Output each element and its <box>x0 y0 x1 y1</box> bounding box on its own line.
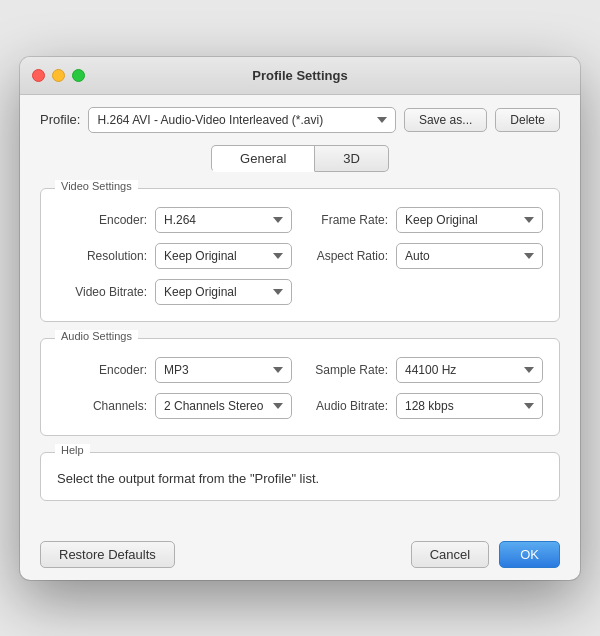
sample-rate-label: Sample Rate: <box>308 363 388 377</box>
video-bitrate-select[interactable]: Keep Original <box>155 279 292 305</box>
profile-label: Profile: <box>40 112 80 127</box>
resolution-row: Resolution: Keep Original <box>57 243 292 269</box>
resolution-label: Resolution: <box>57 249 147 263</box>
channels-label: Channels: <box>57 399 147 413</box>
resolution-select[interactable]: Keep Original <box>155 243 292 269</box>
close-button[interactable] <box>32 69 45 82</box>
help-text: Select the output format from the "Profi… <box>57 471 543 486</box>
video-settings-legend: Video Settings <box>55 180 138 192</box>
audio-encoder-select[interactable]: MP3 <box>155 357 292 383</box>
frame-rate-select[interactable]: Keep Original <box>396 207 543 233</box>
video-bitrate-row: Video Bitrate: Keep Original <box>57 279 292 305</box>
aspect-ratio-row: Aspect Ratio: Auto <box>308 243 543 269</box>
audio-bitrate-label: Audio Bitrate: <box>308 399 388 413</box>
tab-general[interactable]: General <box>211 145 315 172</box>
profile-settings-window: Profile Settings Profile: H.264 AVI - Au… <box>20 57 580 580</box>
restore-defaults-button[interactable]: Restore Defaults <box>40 541 175 568</box>
maximize-button[interactable] <box>72 69 85 82</box>
ok-button[interactable]: OK <box>499 541 560 568</box>
profile-select[interactable]: H.264 AVI - Audio-Video Interleaved (*.a… <box>88 107 395 133</box>
aspect-ratio-label: Aspect Ratio: <box>308 249 388 263</box>
frame-rate-row: Frame Rate: Keep Original <box>308 207 543 233</box>
audio-encoder-label: Encoder: <box>57 363 147 377</box>
audio-bitrate-row: Audio Bitrate: 128 kbps <box>308 393 543 419</box>
right-buttons: Cancel OK <box>411 541 560 568</box>
channels-select[interactable]: 2 Channels Stereo <box>155 393 292 419</box>
audio-settings-grid: Encoder: MP3 Sample Rate: 44100 Hz Chann… <box>57 357 543 419</box>
sample-rate-row: Sample Rate: 44100 Hz <box>308 357 543 383</box>
main-content: Profile: H.264 AVI - Audio-Video Interle… <box>20 95 580 533</box>
traffic-lights <box>32 69 85 82</box>
bottom-bar: Restore Defaults Cancel OK <box>20 533 580 580</box>
sample-rate-select[interactable]: 44100 Hz <box>396 357 543 383</box>
frame-rate-label: Frame Rate: <box>308 213 388 227</box>
video-empty-cell <box>308 279 543 305</box>
audio-settings-legend: Audio Settings <box>55 330 138 342</box>
window-title: Profile Settings <box>252 68 347 83</box>
video-settings-grid: Encoder: H.264 Frame Rate: Keep Original… <box>57 207 543 305</box>
encoder-row: Encoder: H.264 <box>57 207 292 233</box>
channels-row: Channels: 2 Channels Stereo <box>57 393 292 419</box>
help-section: Help Select the output format from the "… <box>40 452 560 501</box>
encoder-label: Encoder: <box>57 213 147 227</box>
minimize-button[interactable] <box>52 69 65 82</box>
audio-settings-section: Audio Settings Encoder: MP3 Sample Rate:… <box>40 338 560 436</box>
profile-row: Profile: H.264 AVI - Audio-Video Interle… <box>40 107 560 133</box>
video-bitrate-label: Video Bitrate: <box>57 285 147 299</box>
audio-bitrate-select[interactable]: 128 kbps <box>396 393 543 419</box>
cancel-button[interactable]: Cancel <box>411 541 489 568</box>
video-settings-section: Video Settings Encoder: H.264 Frame Rate… <box>40 188 560 322</box>
audio-encoder-row: Encoder: MP3 <box>57 357 292 383</box>
titlebar: Profile Settings <box>20 57 580 95</box>
tab-3d[interactable]: 3D <box>315 145 389 172</box>
delete-button[interactable]: Delete <box>495 108 560 132</box>
help-legend: Help <box>55 444 90 456</box>
tabs-row: General 3D <box>40 145 560 172</box>
encoder-select[interactable]: H.264 <box>155 207 292 233</box>
aspect-ratio-select[interactable]: Auto <box>396 243 543 269</box>
save-as-button[interactable]: Save as... <box>404 108 487 132</box>
